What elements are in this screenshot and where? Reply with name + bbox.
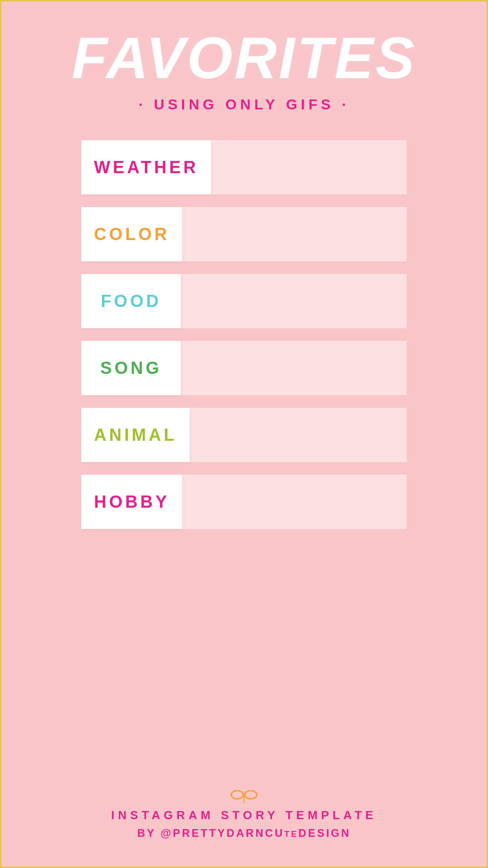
- label-text-animal: ANIMAL: [94, 425, 177, 445]
- item-row-song: SONG: [81, 341, 407, 395]
- footer-line1: INSTAGRAM STORY TEMPLATE: [111, 808, 377, 822]
- subtitle: · USING ONLY GIFS ·: [139, 96, 350, 113]
- label-box-food: FOOD: [81, 274, 181, 328]
- svg-point-2: [242, 793, 246, 797]
- gif-box-weather: [211, 140, 407, 194]
- label-box-animal: ANIMAL: [81, 408, 190, 462]
- gif-box-song: [181, 341, 407, 395]
- label-box-color: COLOR: [81, 207, 182, 261]
- item-row-animal: ANIMAL: [81, 408, 407, 462]
- items-container: WEATHERCOLORFOODSONGANIMALHOBBY: [81, 140, 407, 529]
- item-row-hobby: HOBBY: [81, 475, 407, 529]
- svg-point-0: [231, 791, 243, 799]
- footer-line2: BY @PRETTYDARNCUTEDESIGN: [137, 827, 351, 840]
- gif-box-hobby: [182, 475, 407, 529]
- label-box-hobby: HOBBY: [81, 475, 182, 529]
- item-row-weather: WEATHER: [81, 140, 407, 194]
- label-box-song: SONG: [81, 341, 181, 395]
- label-text-hobby: HOBBY: [94, 492, 169, 512]
- gif-box-food: [181, 274, 407, 328]
- footer: INSTAGRAM STORY TEMPLATE BY @PRETTYDARNC…: [111, 786, 377, 840]
- item-row-food: FOOD: [81, 274, 407, 328]
- gif-box-color: [182, 207, 407, 261]
- gif-box-animal: [190, 408, 407, 462]
- page-title: FAVORITES: [71, 28, 416, 87]
- label-box-weather: WEATHER: [81, 140, 211, 194]
- item-row-color: COLOR: [81, 207, 407, 261]
- label-text-song: SONG: [100, 359, 162, 378]
- label-text-weather: WEATHER: [94, 158, 198, 177]
- label-text-food: FOOD: [101, 292, 161, 311]
- svg-point-1: [244, 791, 257, 799]
- bow-icon: [230, 786, 258, 804]
- label-text-color: COLOR: [94, 225, 169, 244]
